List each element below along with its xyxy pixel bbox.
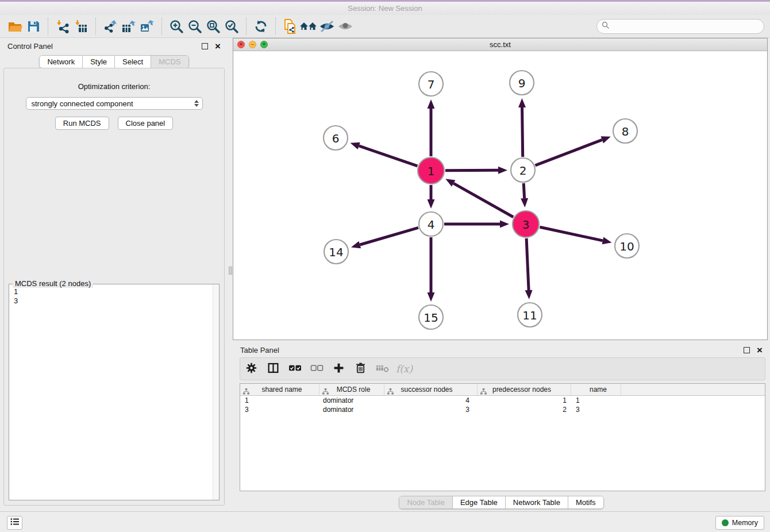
tab-node-table[interactable]: Node Table [399,496,453,508]
import-network-button[interactable] [53,17,72,36]
network-canvas[interactable]: 7968124314101511 [233,51,767,340]
edge-arrowhead [525,290,533,299]
open-session-button[interactable] [6,17,24,36]
optimization-criterion-value: strongly connected component [32,99,194,108]
split-columns-button[interactable] [267,363,280,376]
task-history-button[interactable] [7,516,22,530]
home-button[interactable] [299,17,318,36]
delete-column-icon [376,362,390,376]
export-table-button[interactable] [120,17,138,36]
close-panel-icon[interactable]: × [757,347,763,353]
refresh-button[interactable] [252,17,270,36]
graph-node-label: 4 [428,218,435,232]
tab-network[interactable]: Network [40,56,83,68]
tab-network-table[interactable]: Network Table [506,496,568,508]
select-all-button[interactable] [288,363,302,376]
zoom-selected-button[interactable] [222,17,241,36]
add-column-button[interactable] [332,363,345,376]
edge-arrowhead [521,198,528,207]
search-field[interactable] [596,19,764,34]
column-header-shared-name[interactable]: shared name [240,384,319,395]
tab-select[interactable]: Select [115,56,151,68]
clone-network-icon [283,19,297,34]
hide-selected-button[interactable] [318,17,336,36]
run-mcds-button[interactable]: Run MCDS [55,117,109,130]
function-builder-button[interactable]: f(x) [398,363,411,376]
tab-motifs[interactable]: Motifs [568,496,603,508]
memory-label: Memory [732,519,758,527]
column-header-successor-nodes[interactable]: successor nodes [384,384,478,395]
close-panel-icon[interactable]: × [215,43,221,49]
table-cell[interactable]: 3 [384,405,478,414]
show-all-button[interactable] [336,17,355,36]
memory-status-icon [722,519,729,526]
table-cell[interactable]: 4 [384,396,478,405]
table-cell[interactable]: 1 [478,396,571,405]
graph-edge-3-11[interactable] [526,238,529,290]
table-cell[interactable]: dominator [319,405,384,414]
column-header-predecessor-nodes[interactable]: predecessor nodes [478,384,571,395]
save-session-button[interactable] [24,17,43,36]
table-panel: Table Panel × f(x) shared nameMCDS role [233,342,770,511]
import-table-icon [74,20,88,33]
graph-edge-1-6[interactable] [359,146,418,166]
tab-mcds[interactable]: MCDS [151,56,188,68]
unselect-all-button[interactable] [310,363,324,376]
graph-edge-3-10[interactable] [540,227,603,241]
graph-edge-3-1[interactable] [453,183,513,217]
zoom-fit-button[interactable] [204,17,222,36]
edge-arrowhead [498,167,507,174]
optimization-criterion-select[interactable]: strongly connected component [26,97,203,110]
hierarchy-icon [387,387,394,397]
graph-edge-4-14[interactable] [360,228,418,245]
toolbar-separator [275,18,276,35]
table-row[interactable]: 3dominator323 [240,405,765,414]
table-body: 1dominator4113dominator323 [240,396,765,414]
table-cell[interactable]: 2 [478,405,571,414]
graph-node-label: 6 [332,132,340,145]
hierarchy-icon [243,387,249,397]
main-toolbar [0,15,770,38]
control-panel-header: Control Panel × [0,38,228,54]
graph-edge-2-8[interactable] [535,140,602,165]
table-settings-button[interactable] [245,363,258,376]
toolbar-separator [48,18,48,35]
gear-icon [245,362,257,376]
eye-slash-icon [318,20,336,33]
export-image-button[interactable] [138,17,156,36]
table-cell[interactable]: 1 [240,396,319,405]
tab-style[interactable]: Style [83,56,115,68]
export-image-icon [140,20,155,33]
table-row[interactable]: 1dominator411 [240,396,765,405]
column-header-name[interactable]: name [571,384,621,395]
zoom-out-button[interactable] [186,17,204,36]
table-cell[interactable]: 1 [571,396,621,405]
graph-edge-1-2[interactable] [445,170,498,171]
close-panel-button[interactable]: Close panel [118,117,174,130]
delete-button[interactable] [354,363,367,376]
tab-edge-table[interactable]: Edge Table [453,496,506,508]
memory-button[interactable]: Memory [715,516,764,530]
import-table-button[interactable] [72,17,90,36]
search-input[interactable] [613,22,759,30]
result-scrollbar[interactable] [213,284,219,500]
toolbar-separator [95,18,96,35]
export-network-button[interactable] [101,17,120,36]
float-panel-icon[interactable] [202,43,208,49]
float-panel-icon[interactable] [744,347,750,353]
table-cell[interactable]: 3 [240,405,319,414]
plus-icon [333,362,345,376]
clone-network-button[interactable] [281,17,299,36]
column-header-MCDS-role[interactable]: MCDS role [319,384,384,395]
window-titlebar: Session: New Session [0,0,770,15]
delete-column-button[interactable] [376,363,389,376]
table-cell[interactable]: dominator [319,396,384,405]
column-header-label: predecessor nodes [492,385,551,394]
panel-divider-grip[interactable] [229,267,232,275]
control-panel: Control Panel × Network Style Select MCD… [0,38,228,511]
zoom-in-button[interactable] [167,17,186,36]
table-cell[interactable]: 3 [571,405,621,414]
graph-edge-2-3[interactable] [523,183,524,198]
save-icon [26,20,40,33]
graph-edge-2-9[interactable] [522,107,523,157]
